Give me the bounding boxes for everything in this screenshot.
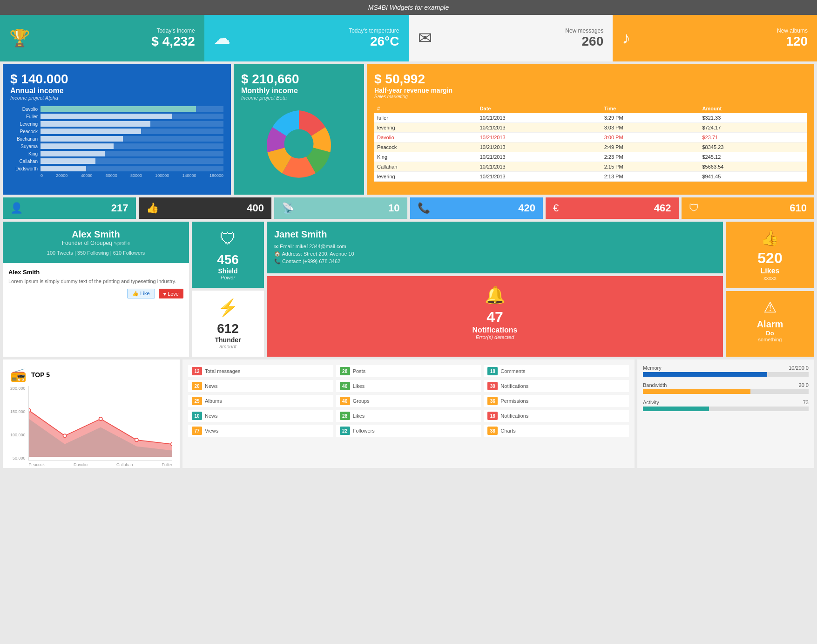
table-row: levering 10/21/2013 3:03 PM $724.17	[374, 123, 807, 133]
list-badge: 38	[487, 427, 498, 435]
list-badge: 36	[487, 397, 498, 405]
bar-label: Suyama	[10, 144, 41, 149]
love-button[interactable]: ♥ Love	[159, 289, 183, 298]
list-label: Notifications	[500, 413, 528, 419]
main-charts-row: $ 140.000 Annual income Income project A…	[0, 61, 817, 197]
stat-icon: €	[553, 202, 559, 214]
svg-point-8	[170, 442, 172, 446]
shield-sub: Power	[199, 275, 257, 280]
music-icon: ♪	[622, 28, 630, 48]
progress-track	[643, 389, 809, 394]
mail-text: New messages 260	[439, 27, 604, 49]
list-item: 20 News	[188, 380, 333, 392]
thunder-sub: amount	[199, 344, 257, 349]
list-badge: 22	[340, 427, 350, 435]
profile-actions[interactable]: 👍 Like ♥ Love	[8, 289, 183, 298]
top-stats-bar: 🏆 Today's income $ 4,232 ☁ Today's tempe…	[0, 15, 817, 61]
trophy-icon: 🏆	[9, 28, 30, 48]
likes-sub: xxxxx	[733, 275, 807, 281]
bar-row: Callahan	[10, 158, 223, 164]
thunder-value: 612	[199, 321, 257, 336]
bar-row: Davolio	[10, 106, 223, 112]
stat-icon: 📞	[418, 202, 430, 214]
third-row: Alex Smith Founder of Groupeq ✎profile 1…	[0, 222, 817, 357]
list-label: Total messages	[205, 368, 240, 374]
alarm-icon: ⚠	[733, 298, 807, 316]
janet-name: Janet Smith	[274, 229, 716, 240]
list-badge: 18	[487, 412, 498, 420]
list-badge: 25	[192, 397, 202, 405]
likes-label: Likes	[733, 267, 807, 275]
monthly-title: Monthly income	[241, 87, 298, 95]
progress-label: Activity 73	[643, 400, 809, 405]
area-chart	[29, 386, 172, 460]
svg-point-5	[63, 434, 66, 437]
monthly-amount: $ 210,660	[241, 72, 299, 87]
profile-widget: Alex Smith Founder of Groupeq ✎profile 1…	[3, 222, 189, 357]
list-item: 22 Followers	[336, 425, 481, 437]
list-label: Followers	[353, 428, 375, 434]
alarm-label: Alarm	[733, 319, 807, 330]
list-item: 38 Charts	[484, 425, 629, 437]
music-label: New albums	[638, 27, 808, 34]
music-value: 120	[638, 34, 808, 49]
stat-value: 420	[518, 202, 535, 214]
col-time: Time	[601, 104, 700, 113]
progress-fill	[643, 389, 750, 394]
list-label: Comments	[500, 368, 525, 374]
annual-subtitle: Income project Alpha	[10, 95, 223, 101]
stat-value: 10	[388, 202, 399, 214]
list-label: News	[205, 413, 218, 419]
list-badge: 40	[340, 397, 350, 405]
list-badge: 30	[487, 382, 498, 390]
table-row: Davolio 10/21/2013 3:00 PM $23.71	[374, 133, 807, 142]
cloud-value: 26°C	[238, 34, 399, 49]
top5-label: TOP 5	[31, 371, 50, 379]
bar-label: Levering	[10, 122, 41, 127]
cloud-label: Today's temperature	[238, 27, 399, 34]
power-widgets: 🛡 456 Shield Power ⚡ 612 Thunder amount	[192, 222, 264, 357]
list-label: Posts	[353, 368, 366, 374]
profile-link-text: ✎profile	[114, 241, 130, 246]
bar-fill	[41, 158, 95, 164]
table-row: levering 10/21/2013 2:13 PM $941.45	[374, 172, 807, 182]
revenue-table: # Date Time Amount fuller 10/21/2013 3:2…	[374, 104, 807, 182]
col-date: Date	[477, 104, 601, 113]
annual-title: Annual income	[10, 87, 223, 95]
list-label: Likes	[353, 383, 365, 389]
bar-fill	[41, 114, 172, 119]
page-title: MS4BI Widgets for example	[0, 0, 817, 15]
list-label: Permissions	[500, 398, 528, 404]
notification-icon: 🔔	[276, 285, 714, 305]
bar-label: Callahan	[10, 159, 41, 164]
stat-mail: ✉ New messages 260	[409, 15, 613, 61]
monthly-subtitle: Income project Beta	[241, 95, 287, 101]
progress-track	[643, 407, 809, 411]
stat-cloud: ☁ Today's temperature 26°C	[204, 15, 409, 61]
list-item: 28 Likes	[336, 410, 481, 422]
monthly-income-widget: $ 210,660 Monthly income Income project …	[234, 64, 364, 195]
profile-header: Alex Smith Founder of Groupeq ✎profile 1…	[3, 222, 189, 263]
svg-point-1	[284, 129, 314, 159]
bar-track	[41, 114, 223, 119]
janet-address-text: Address: Street 200, Avenue 10	[282, 251, 354, 257]
alarm-sub2: something	[733, 337, 807, 342]
janet-address: 🏠 Address: Street 200, Avenue 10	[274, 251, 716, 257]
bar-fill	[41, 143, 114, 149]
bar-row: Fuller	[10, 114, 223, 119]
progress-item: Bandwidth 20 0	[643, 382, 809, 394]
bottom-row: 📻 TOP 5 200,000150,000100,00050,000	[0, 359, 817, 471]
top5-widget: 📻 TOP 5 200,000150,000100,00050,000	[3, 359, 180, 468]
mini-stat: 📞 420	[410, 197, 543, 219]
janet-widget: Janet Smith ✉ Email: mike12344@mail.com …	[267, 222, 723, 273]
like-button[interactable]: 👍 Like	[127, 289, 155, 298]
svg-point-7	[135, 438, 138, 441]
list-badge: 10	[192, 412, 202, 420]
bar-label: Dodsworth	[10, 166, 41, 171]
notification-value: 47	[276, 309, 714, 326]
bar-track	[41, 158, 223, 164]
bar-axis: 020000400006000080000100000140000180000	[10, 173, 223, 178]
x-label-2: Callahan	[116, 462, 133, 467]
trophy-value: $ 4,232	[38, 34, 195, 49]
revenue-amount: $ 50,992	[374, 72, 807, 87]
